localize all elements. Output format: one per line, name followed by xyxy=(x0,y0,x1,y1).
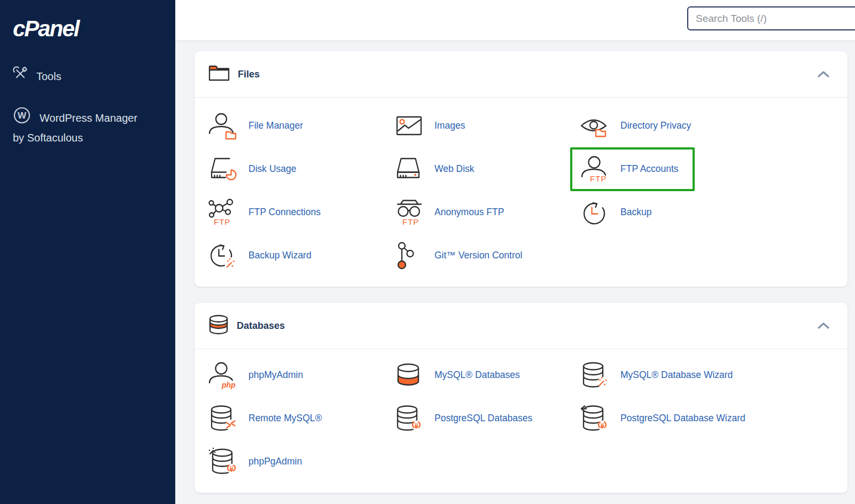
svg-text:FTP: FTP xyxy=(214,217,230,226)
tool-label: PostgreSQL Database Wizard xyxy=(620,413,745,424)
svg-text:W: W xyxy=(18,111,27,121)
grid-cell: MySQL® Database Wizard xyxy=(580,353,848,397)
tool-label: Remote MySQL® xyxy=(248,413,322,424)
ftp-accounts-icon: FTP xyxy=(580,155,611,184)
tool-label: PostgreSQL Databases xyxy=(434,413,532,424)
grid-cell: FTP FTP Accounts xyxy=(580,147,848,191)
svg-text:FTP: FTP xyxy=(590,174,607,183)
chevron-up-icon[interactable] xyxy=(817,321,830,330)
tool-label: MySQL® Database Wizard xyxy=(620,369,733,381)
tool-link-ftp-connections[interactable]: FTP FTP Connections xyxy=(208,198,321,227)
grid-cell: Disk Usage xyxy=(208,147,394,191)
sidebar-item-wordpress-manager[interactable]: W WordPress Manager by Softaculous xyxy=(13,106,162,146)
files-section-card: Files Fil xyxy=(195,51,848,287)
images-icon xyxy=(394,112,425,140)
wordpress-icon: W xyxy=(13,106,31,129)
tools-icon xyxy=(13,66,28,86)
tool-label: phpMyAdmin xyxy=(248,369,303,381)
section-title: Databases xyxy=(237,320,285,332)
tool-link-phppgadmin[interactable]: phpPgAdmin xyxy=(208,447,302,476)
cpanel-logo: cPanel xyxy=(13,16,162,42)
sidebar-item-tools[interactable]: Tools xyxy=(13,66,162,86)
tool-link-images[interactable]: Images xyxy=(394,112,465,140)
folder-icon xyxy=(208,64,230,85)
postgresql-databases-icon xyxy=(394,404,425,433)
tool-link-backup[interactable]: Backup xyxy=(580,198,651,227)
grid-cell: Images xyxy=(394,104,580,147)
phppgadmin-icon xyxy=(208,447,239,476)
database-icon xyxy=(208,314,229,337)
tool-label: Web Disk xyxy=(434,163,475,175)
tool-link-web-disk[interactable]: Web Disk xyxy=(394,155,475,184)
tool-label: Directory Privacy xyxy=(620,120,691,131)
ftp-connections-icon: FTP xyxy=(208,198,239,227)
tool-label: FTP Accounts xyxy=(620,163,679,175)
backup-wizard-icon xyxy=(208,241,239,270)
mysql-databases-icon xyxy=(394,361,425,390)
tool-link-anonymous-ftp[interactable]: FTP Anonymous FTP xyxy=(394,198,504,227)
grid-cell: PostgreSQL Databases xyxy=(394,397,580,440)
tool-link-remote-mysql[interactable]: Remote MySQL® xyxy=(208,404,322,433)
tool-label: Backup Wizard xyxy=(248,250,312,261)
sidebar: cPanel Tools W WordPress Manager by Soft… xyxy=(0,0,175,504)
tool-link-git-version-control[interactable]: Git™ Version Control xyxy=(394,241,522,270)
tool-link-ftp-accounts[interactable]: FTP FTP Accounts xyxy=(570,147,695,191)
databases-section-header: Databases xyxy=(195,303,848,349)
chevron-up-icon[interactable] xyxy=(817,70,830,78)
databases-section-card: Databases php xyxy=(195,303,848,493)
svg-text:php: php xyxy=(221,381,236,389)
remote-mysql-icon xyxy=(208,404,239,433)
tool-link-file-manager[interactable]: File Manager xyxy=(208,112,303,140)
databases-tools-grid: php phpMyAdmin xyxy=(195,349,848,493)
tool-link-mysql-databases[interactable]: MySQL® Databases xyxy=(394,361,520,390)
mysql-database-wizard-icon xyxy=(580,361,611,390)
postgresql-database-wizard-icon xyxy=(580,404,611,433)
tool-link-backup-wizard[interactable]: Backup Wizard xyxy=(208,241,312,270)
section-title: Files xyxy=(238,69,260,80)
tool-link-directory-privacy[interactable]: Directory Privacy xyxy=(580,112,691,140)
grid-cell: PostgreSQL Database Wizard xyxy=(580,397,848,440)
tool-label: phpPgAdmin xyxy=(248,456,302,467)
tool-label: Git™ Version Control xyxy=(434,250,522,261)
main-area: Files Fil xyxy=(175,0,855,504)
git-version-control-icon xyxy=(394,241,425,270)
tool-label: Anonymous FTP xyxy=(434,207,504,218)
tool-link-postgresql-database-wizard[interactable]: PostgreSQL Database Wizard xyxy=(580,404,745,433)
grid-cell: FTP Anonymous FTP xyxy=(394,191,580,234)
file-manager-icon xyxy=(208,112,239,140)
sidebar-item-sublabel: by Softaculous xyxy=(13,129,162,146)
search-input[interactable] xyxy=(687,6,855,30)
top-bar xyxy=(175,0,855,40)
grid-cell: File Manager xyxy=(208,104,394,147)
tool-label: Backup xyxy=(620,207,651,218)
svg-text:FTP: FTP xyxy=(402,217,419,226)
tool-label: File Manager xyxy=(248,120,303,131)
sidebar-item-label: WordPress Manager xyxy=(40,112,137,124)
grid-cell: php phpMyAdmin xyxy=(208,353,394,397)
tool-link-disk-usage[interactable]: Disk Usage xyxy=(208,155,296,184)
backup-icon xyxy=(580,198,611,227)
files-tools-grid: File Manager Images xyxy=(195,98,848,287)
grid-cell: FTP FTP Connections xyxy=(208,191,394,234)
content-area: Files Fil xyxy=(175,40,855,504)
grid-cell: Directory Privacy xyxy=(580,104,848,147)
web-disk-icon xyxy=(394,155,425,184)
tool-link-mysql-database-wizard[interactable]: MySQL® Database Wizard xyxy=(580,361,733,390)
phpmyadmin-icon: php xyxy=(208,361,239,390)
tool-link-phpmyadmin[interactable]: php phpMyAdmin xyxy=(208,361,303,390)
grid-cell: Backup Wizard xyxy=(208,234,394,277)
directory-privacy-icon xyxy=(580,112,611,140)
tool-label: Disk Usage xyxy=(248,163,296,175)
tool-label: MySQL® Databases xyxy=(434,369,520,381)
grid-cell: Remote MySQL® xyxy=(208,397,394,440)
tool-link-postgresql-databases[interactable]: PostgreSQL Databases xyxy=(394,404,532,433)
grid-cell: Web Disk xyxy=(394,147,580,191)
files-section-header: Files xyxy=(195,51,848,97)
tool-label: FTP Connections xyxy=(248,207,321,218)
grid-cell: Git™ Version Control xyxy=(394,234,580,277)
grid-cell: phpPgAdmin xyxy=(208,440,394,483)
grid-cell: MySQL® Databases xyxy=(394,353,580,397)
tool-label: Images xyxy=(434,120,465,131)
sidebar-item-label: Tools xyxy=(36,70,61,82)
disk-usage-icon xyxy=(208,155,239,184)
